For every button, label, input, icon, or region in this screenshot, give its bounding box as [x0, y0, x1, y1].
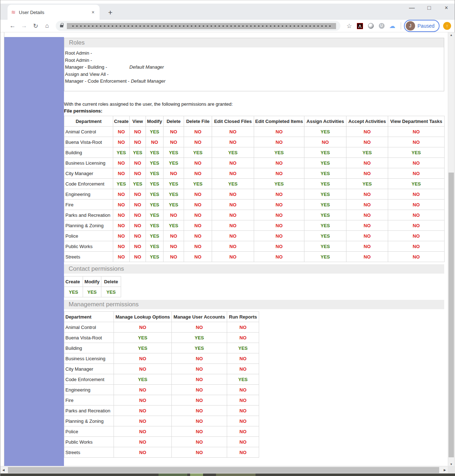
permission-cell: NO	[184, 189, 212, 200]
role-item: Manager - Code Enforcement -Default Mana…	[65, 78, 444, 85]
permission-cell: NO	[346, 200, 388, 210]
minimize-button[interactable]: —	[409, 5, 415, 11]
permission-cell: YES	[146, 179, 164, 189]
permission-cell: YES	[164, 179, 184, 189]
permission-cell: YES	[83, 287, 101, 297]
permission-cell: NO	[212, 127, 254, 137]
permission-cell: NO	[346, 168, 388, 179]
permission-cell: NO	[184, 200, 212, 210]
profile-chip[interactable]: J Paused	[404, 20, 440, 32]
table-row: Buena Vista-RootNONONONONONONONONONO	[64, 137, 445, 147]
horizontal-scrollbar-thumb[interactable]	[8, 467, 439, 473]
permission-cell: NO	[346, 252, 388, 262]
permission-cell: NO	[172, 395, 227, 406]
permission-cell: YES	[172, 333, 227, 343]
scroll-up-icon[interactable]: ▲	[448, 32, 454, 38]
permission-cell: NO	[114, 416, 172, 426]
scroll-right-icon[interactable]: ▶	[442, 466, 448, 474]
address-bar[interactable]	[56, 21, 340, 31]
home-icon[interactable]: ⌂	[41, 22, 53, 29]
table-row: FireNONOYESYESNONONOYESNONO	[64, 200, 445, 210]
browser-update-icon[interactable]: ↑	[443, 22, 451, 30]
table-row: City ManagerNONONO	[64, 364, 259, 374]
tab-close-icon[interactable]: ×	[90, 9, 96, 15]
reload-icon[interactable]: ↻	[30, 22, 41, 30]
permission-cell: YES	[164, 189, 184, 200]
permission-cell: YES	[254, 147, 304, 158]
column-header: Edit Completed Items	[254, 116, 304, 127]
permission-cell: YES	[130, 179, 146, 189]
bookmark-star-icon[interactable]: ☆	[344, 22, 355, 30]
table-row: Public WorksNONONO	[64, 437, 259, 447]
permission-cell: NO	[212, 200, 254, 210]
contact-permissions-header: Contact permissions	[64, 264, 444, 274]
table-row: BuildingYESYESYESYESYESYESYESYESYESYES	[64, 147, 445, 158]
permission-cell: YES	[304, 179, 346, 189]
table-header-row: DepartmentCreateViewModifyDeleteDelete F…	[64, 116, 445, 127]
permission-cell: NO	[172, 374, 227, 385]
cloud-extension-icon[interactable]: ☁	[387, 22, 398, 30]
permission-cell: NO	[388, 200, 445, 210]
new-tab-button[interactable]: +	[105, 8, 115, 18]
main-content: Roles Root Admin -Root Admin -Manager - …	[64, 32, 444, 458]
permission-cell: YES	[304, 241, 346, 252]
permission-cell: NO	[388, 252, 445, 262]
permission-cell: NO	[227, 447, 259, 458]
permission-cell: NO	[114, 364, 172, 374]
close-button[interactable]: ×	[443, 5, 450, 11]
roles-panel: Roles Root Admin -Root Admin -Manager - …	[64, 38, 444, 91]
maximize-button[interactable]: □	[426, 5, 432, 11]
department-cell: Fire	[64, 200, 113, 210]
permission-cell: NO	[254, 210, 304, 220]
permission-cell: NO	[164, 252, 184, 262]
department-cell: Code Enforcement	[64, 374, 114, 385]
permission-cell: NO	[172, 416, 227, 426]
permission-cell: NO	[212, 189, 254, 200]
role-item: Root Admin -	[65, 50, 444, 57]
permission-cell: NO	[346, 127, 388, 137]
permission-cell: NO	[114, 447, 172, 458]
permission-cell: NO	[113, 168, 130, 179]
permission-cell: NO	[227, 322, 259, 333]
navigation-sidebar[interactable]	[4, 37, 64, 466]
permission-cell: YES	[113, 147, 130, 158]
vertical-scrollbar[interactable]: ▲ ▼	[448, 32, 454, 467]
permission-cell: NO	[146, 137, 164, 147]
forward-icon[interactable]: →	[18, 22, 30, 29]
back-icon[interactable]: ←	[7, 22, 18, 29]
permission-cell: NO	[227, 364, 259, 374]
table-row: Public WorksNONOYESNONONONOYESNONO	[64, 241, 445, 252]
browser-window: — □ × ≋ User Details × + ← → ↻ ⌂ ☆ ⋀ U ☁…	[0, 0, 455, 476]
permission-cell: NO	[227, 437, 259, 447]
extension-sphere-icon[interactable]	[366, 23, 376, 29]
scroll-left-icon[interactable]: ◀	[0, 466, 6, 474]
department-cell: Engineering	[64, 189, 113, 200]
permission-cell: NO	[114, 395, 172, 406]
table-row: Parks and RecreationNONONO	[64, 406, 259, 416]
table-row: Parks and RecreationNONOYESNONONONOYESNO…	[64, 210, 445, 220]
permission-cell: YES	[146, 127, 164, 137]
permission-cell: YES	[304, 231, 346, 241]
horizontal-scrollbar[interactable]: ◀ ▶	[0, 466, 448, 473]
extension-u-icon[interactable]: U	[376, 23, 387, 29]
lock-icon[interactable]	[60, 25, 63, 27]
column-header: Manage User Accounts	[172, 312, 227, 322]
permission-cell: NO	[172, 426, 227, 437]
permission-cell: NO	[388, 210, 445, 220]
permission-cell: YES	[304, 147, 346, 158]
permission-cell: NO	[227, 395, 259, 406]
permission-cell: YES	[184, 179, 212, 189]
permission-cell: YES	[164, 200, 184, 210]
permission-cell: NO	[113, 158, 130, 168]
permission-cell: NO	[130, 168, 146, 179]
department-cell: Public Works	[64, 437, 114, 447]
table-row: StreetsNONONO	[64, 447, 259, 458]
vertical-scrollbar-thumb[interactable]	[449, 173, 454, 457]
permission-cell: NO	[164, 231, 184, 241]
file-permissions-table: DepartmentCreateViewModifyDeleteDelete F…	[64, 116, 445, 262]
tab-user-details[interactable]: ≋ User Details ×	[8, 5, 100, 20]
permission-cell: NO	[114, 437, 172, 447]
permission-cell: NO	[113, 220, 130, 231]
pdf-extension-icon[interactable]: ⋀	[355, 23, 366, 29]
permission-cell: NO	[172, 385, 227, 395]
